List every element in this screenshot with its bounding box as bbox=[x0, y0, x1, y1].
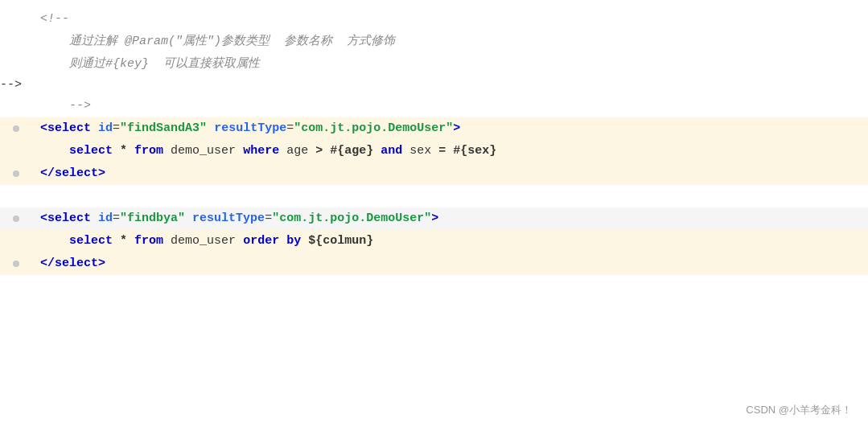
xml-val-rt-2: "com.jt.pojo.DemoUser" bbox=[272, 209, 431, 228]
xml-space-1 bbox=[91, 119, 98, 138]
gutter-10 bbox=[0, 230, 32, 253]
sql-kw-order: order bbox=[243, 232, 279, 251]
line-comment-1: 通过注解 @Param("属性")参数类型 参数名称 方式修饰 bbox=[0, 31, 868, 53]
content-select-2-close: </select> bbox=[32, 253, 868, 275]
content-select-1-close: </select> bbox=[32, 162, 868, 185]
line-select-2-open: <select id="findbya" resultType="com.jt.… bbox=[0, 207, 868, 230]
content-select-2-open: <select id="findbya" resultType="com.jt.… bbox=[32, 207, 868, 230]
comment-text-2: 则通过#{key} 可以直接获取属性 bbox=[40, 55, 260, 74]
sql-gt-1: > bbox=[315, 142, 323, 161]
xml-tag-select-2: select bbox=[47, 209, 91, 228]
xml-space-3 bbox=[91, 209, 98, 228]
xml-attr-id-1: id bbox=[98, 119, 113, 138]
sql-space-11: demo_user bbox=[163, 232, 243, 251]
line-comment-close: --> bbox=[0, 95, 868, 117]
sql-space-3: demo_user bbox=[163, 142, 243, 161]
line-sql-1: select * from demo_user where age > #{ag… bbox=[0, 140, 868, 162]
xml-bracket-close-1: > bbox=[453, 119, 460, 138]
sql-kw-select-1: select bbox=[69, 142, 113, 161]
xml-tag-close-select-2: select bbox=[55, 254, 98, 273]
code-container: <!-- 通过注解 @Param("属性")参数类型 参数名称 方式修饰 则通过… bbox=[0, 0, 868, 427]
content-comment-1: 通过注解 @Param("属性")参数类型 参数名称 方式修饰 bbox=[32, 31, 868, 53]
xml-bracket-close-tag-2: </ bbox=[40, 254, 55, 273]
line-select-1-close: </select> bbox=[0, 162, 868, 185]
gutter-dot-1 bbox=[13, 125, 19, 132]
content-comment-2: 则通过#{key} 可以直接获取属性 bbox=[32, 53, 868, 76]
gutter-5 bbox=[0, 117, 32, 140]
xml-bracket-close-2: > bbox=[431, 209, 438, 228]
sql-kw-by: by bbox=[286, 232, 301, 251]
content-select-1-open: <select id="findSandA3" resultType="com.… bbox=[32, 117, 868, 140]
sql-ph-age: #{age} bbox=[330, 142, 373, 161]
content-empty bbox=[32, 185, 868, 207]
gutter-6 bbox=[0, 140, 32, 162]
gutter-dot-2 bbox=[13, 170, 19, 177]
sql-space-13 bbox=[301, 232, 308, 251]
gutter-dot-4 bbox=[13, 261, 19, 267]
sql-kw-from-2: from bbox=[134, 232, 163, 251]
xml-attr-id-2: id bbox=[98, 209, 113, 228]
sql-indent-1 bbox=[40, 142, 69, 161]
xml-eq-4: = bbox=[265, 209, 272, 228]
sql-indent-2 bbox=[40, 232, 69, 251]
line-sql-2: select * from demo_user order by ${colmu… bbox=[0, 230, 868, 253]
gutter-8 bbox=[0, 185, 32, 207]
sql-eq-sql-1: = bbox=[438, 142, 446, 161]
xml-attr-rt-1: resultType bbox=[214, 119, 286, 138]
gutter-7 bbox=[0, 162, 32, 185]
xml-val-rt-1: "com.jt.pojo.DemoUser" bbox=[294, 119, 453, 138]
sql-space-4: age bbox=[279, 142, 315, 161]
xml-eq-2: = bbox=[286, 119, 294, 138]
sql-ph-colmun: ${colmun} bbox=[308, 232, 373, 251]
xml-val-id-1: "findSandA3" bbox=[120, 119, 207, 138]
line-select-1-open: <select id="findSandA3" resultType="com.… bbox=[0, 117, 868, 140]
line-comment-open: <!-- bbox=[0, 8, 868, 31]
line-select-2-close: </select> bbox=[0, 253, 868, 275]
xml-space-4 bbox=[185, 209, 192, 228]
sql-space-7: sex bbox=[402, 142, 438, 161]
gutter-3 bbox=[0, 53, 32, 76]
content-comment-close: --> bbox=[32, 95, 868, 117]
sql-star-1: * bbox=[120, 142, 127, 161]
xml-eq-3: = bbox=[113, 209, 120, 228]
content-sql-2: select * from demo_user order by ${colmu… bbox=[32, 230, 868, 253]
xml-bracket-open-2: < bbox=[40, 209, 47, 228]
sql-space-1 bbox=[113, 142, 120, 161]
watermark: CSDN @小羊考金科！ bbox=[746, 402, 852, 419]
gutter-11 bbox=[0, 253, 32, 275]
xml-bracket-open-1: < bbox=[40, 119, 47, 138]
comment-text-1: 通过注解 @Param("属性")参数类型 参数名称 方式修饰 bbox=[40, 32, 395, 51]
content-comment-open: <!-- bbox=[32, 8, 868, 31]
sql-star-2: * bbox=[120, 232, 127, 251]
content-sql-1: select * from demo_user where age > #{ag… bbox=[32, 140, 868, 162]
sql-kw-and-1: and bbox=[381, 142, 402, 161]
xml-bracket-end-2: > bbox=[98, 254, 105, 273]
gutter-dot-3 bbox=[13, 216, 19, 222]
sql-space-2 bbox=[127, 142, 134, 161]
sql-kw-select-2: select bbox=[69, 232, 113, 251]
sql-ph-sex: #{sex} bbox=[453, 142, 496, 161]
xml-tag-select-1: select bbox=[47, 119, 91, 138]
xml-bracket-end-1: > bbox=[98, 164, 105, 183]
xml-tag-close-select-1: select bbox=[55, 164, 98, 183]
xml-bracket-close-tag-1: </ bbox=[40, 164, 55, 183]
gutter-2 bbox=[0, 31, 32, 53]
gutter-9 bbox=[0, 207, 32, 230]
sql-kw-from-1: from bbox=[134, 142, 163, 161]
sql-kw-where-1: where bbox=[243, 142, 279, 161]
comment-close-text: --> bbox=[40, 96, 91, 116]
line-comment-2: 则通过#{key} 可以直接获取属性 bbox=[0, 53, 868, 76]
sql-space-10 bbox=[127, 232, 134, 251]
gutter-1 bbox=[0, 8, 32, 31]
xml-space-2 bbox=[207, 119, 214, 138]
xml-attr-rt-2: resultType bbox=[192, 209, 265, 228]
sql-space-6 bbox=[373, 142, 381, 161]
sql-space-5 bbox=[323, 142, 330, 161]
sql-space-12 bbox=[279, 232, 286, 251]
comment-open-text: <!-- bbox=[40, 10, 69, 29]
sql-space-9 bbox=[113, 232, 120, 251]
xml-val-id-2: "findbya" bbox=[120, 209, 185, 228]
gutter-4 bbox=[0, 95, 32, 117]
sql-space-8 bbox=[446, 142, 453, 161]
xml-eq-1: = bbox=[113, 119, 120, 138]
